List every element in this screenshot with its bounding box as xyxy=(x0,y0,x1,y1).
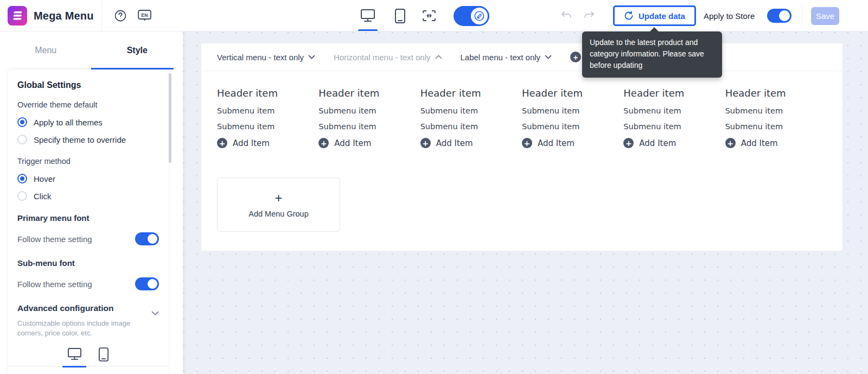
header-item[interactable]: Header item xyxy=(420,87,522,99)
app-logo-icon xyxy=(8,6,27,26)
preview-canvas: Vertical menu - text only Horizontal men… xyxy=(183,31,868,374)
chevron-down-icon xyxy=(308,55,315,59)
add-item-button[interactable]: + Add Item xyxy=(318,138,420,148)
update-data-button[interactable]: Update data xyxy=(613,5,696,26)
header-item[interactable]: Header item xyxy=(522,87,623,99)
radio-icon xyxy=(17,135,27,144)
menu-group-column: Header item Submenu item Submenu item + … xyxy=(623,87,725,148)
menu-tab-label[interactable]: Label menu - text only xyxy=(461,53,552,62)
plus-icon: + xyxy=(217,138,227,148)
header-item[interactable]: Header item xyxy=(217,87,318,99)
add-item-button[interactable]: + Add Item xyxy=(725,138,827,148)
update-data-label: Update data xyxy=(639,11,685,21)
active-device-underline xyxy=(358,29,378,31)
submenu-item[interactable]: Submenu item xyxy=(217,122,318,131)
header-item[interactable]: Header item xyxy=(623,87,725,99)
plus-icon: + xyxy=(275,192,282,205)
global-settings-card: Global Settings Override theme default A… xyxy=(8,69,169,374)
menu-group-column: Header item Submenu item Submenu item + … xyxy=(420,87,522,148)
refresh-icon xyxy=(624,11,634,21)
plus-icon: + xyxy=(318,138,329,148)
primary-menu-font-label: Primary menu font xyxy=(17,213,159,223)
menu-group-column: Header item Submenu item Submenu item + … xyxy=(522,87,623,148)
save-button[interactable]: Save xyxy=(811,7,839,25)
submenu-font-toggle-row: Follow theme setting xyxy=(17,277,159,290)
header-item[interactable]: Header item xyxy=(725,87,827,99)
apply-to-store-label: Apply to Store xyxy=(704,0,755,31)
plus-icon: + xyxy=(725,138,736,148)
submenu-item[interactable]: Submenu item xyxy=(725,106,827,115)
advanced-configuration-section[interactable]: Advanced configuration Customizable opti… xyxy=(17,303,159,338)
advanced-configuration-label: Advanced configuration xyxy=(17,303,135,313)
radio-click[interactable]: Click xyxy=(17,191,159,201)
submenu-item[interactable]: Submenu item xyxy=(318,106,420,115)
menu-group-column: Header item Submenu item Submenu item + … xyxy=(725,87,827,148)
tab-style[interactable]: Style xyxy=(92,31,183,69)
primary-font-theme-toggle[interactable] xyxy=(135,232,159,245)
plus-icon: + xyxy=(420,138,431,148)
radio-hover[interactable]: Hover xyxy=(17,174,159,183)
full-width-preview-icon[interactable] xyxy=(421,9,437,23)
add-item-button[interactable]: + Add Item xyxy=(217,138,318,148)
apply-to-store-toggle[interactable] xyxy=(767,9,792,23)
submenu-font-theme-toggle[interactable] xyxy=(135,277,159,290)
chevron-down-icon xyxy=(545,55,552,59)
header-item[interactable]: Header item xyxy=(318,87,420,99)
sidebar-mobile-icon[interactable] xyxy=(98,343,109,366)
radio-icon xyxy=(17,191,27,201)
add-item-button[interactable]: + Add Item xyxy=(623,138,725,148)
submenu-item[interactable]: Submenu item xyxy=(217,106,318,115)
mega-menu-app: Mega Menu EN xyxy=(0,0,868,374)
sidebar-desktop-icon[interactable] xyxy=(67,343,82,366)
plus-icon: + xyxy=(623,138,634,148)
sidebar-device-switcher xyxy=(8,343,169,366)
settings-sidebar: Menu Style Global Settings Override them… xyxy=(0,31,183,374)
submenu-item[interactable]: Submenu item xyxy=(725,122,827,131)
help-icon[interactable] xyxy=(113,9,128,23)
submenu-item[interactable]: Submenu item xyxy=(522,106,623,115)
horizontal-menu-preview: Header item Submenu item Submenu item + … xyxy=(201,71,843,148)
override-theme-label: Override theme default xyxy=(17,100,159,109)
undo-icon[interactable] xyxy=(560,10,573,22)
add-item-button[interactable]: + Add Item xyxy=(420,138,522,148)
submenu-item[interactable]: Submenu item xyxy=(623,122,725,131)
menu-preview-panel: Vertical menu - text only Horizontal men… xyxy=(201,43,843,251)
radio-specify-theme[interactable]: Specify theme to override xyxy=(17,135,159,144)
primary-font-toggle-row: Follow theme setting xyxy=(17,232,159,245)
mobile-preview-icon[interactable] xyxy=(393,8,407,24)
tab-menu[interactable]: Menu xyxy=(0,31,92,69)
menu-tab-vertical[interactable]: Vertical menu - text only xyxy=(217,53,315,62)
submenu-item[interactable]: Submenu item xyxy=(420,122,522,131)
submenu-item[interactable]: Submenu item xyxy=(623,106,725,115)
submenu-item[interactable]: Submenu item xyxy=(318,122,420,131)
trigger-method-label: Trigger method xyxy=(17,157,159,166)
submenu-font-label: Sub-menu font xyxy=(17,258,159,268)
chevron-down-icon xyxy=(151,311,159,316)
plus-icon: + xyxy=(522,138,532,148)
sidebar-scrollbar[interactable] xyxy=(169,73,171,163)
add-new-menu-button[interactable]: + xyxy=(570,52,581,62)
top-bar: Mega Menu EN xyxy=(0,0,868,31)
add-item-button[interactable]: + Add Item xyxy=(522,138,623,148)
app-title: Mega Menu xyxy=(34,0,94,31)
submenu-item[interactable]: Submenu item xyxy=(420,106,522,115)
edit-mode-toggle[interactable] xyxy=(454,6,489,26)
chevron-up-icon xyxy=(435,55,442,59)
advanced-configuration-description: Customizable options include image corne… xyxy=(17,319,135,338)
redo-icon[interactable] xyxy=(583,10,596,22)
sidebar-tabs: Menu Style xyxy=(0,31,183,69)
add-menu-group-button[interactable]: + Add Menu Group xyxy=(217,178,340,232)
global-settings-title: Global Settings xyxy=(17,80,159,90)
desktop-preview-icon[interactable] xyxy=(359,8,376,23)
radio-apply-all-themes[interactable]: Apply to all themes xyxy=(17,117,159,127)
update-data-tooltip: Update to the latest product and categor… xyxy=(582,31,722,78)
radio-icon xyxy=(17,174,27,183)
menu-tab-bar: Vertical menu - text only Horizontal men… xyxy=(201,43,843,71)
submenu-item[interactable]: Submenu item xyxy=(522,122,623,131)
menu-tab-horizontal[interactable]: Horizontal menu - text only xyxy=(334,53,442,62)
edit-mode-pencil-icon xyxy=(471,8,488,24)
svg-text:EN: EN xyxy=(141,12,148,18)
radio-icon xyxy=(17,117,27,127)
language-en-icon[interactable]: EN xyxy=(136,8,152,23)
topbar-divider-2 xyxy=(802,5,802,26)
